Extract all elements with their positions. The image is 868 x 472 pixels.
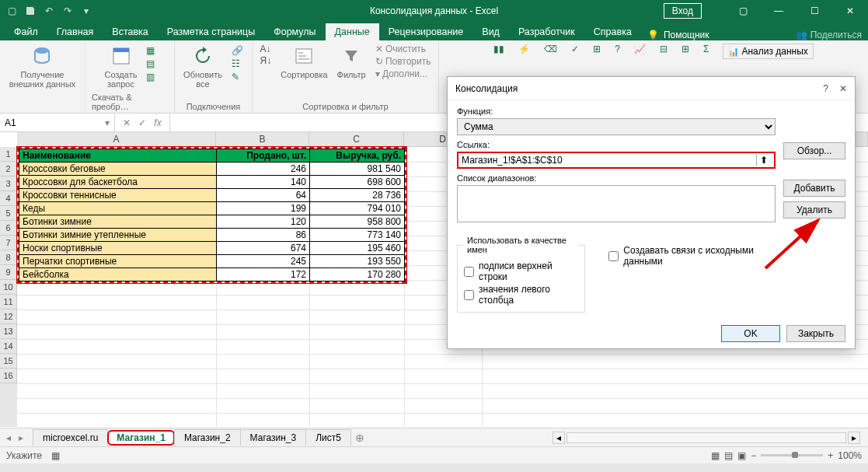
new-query-button[interactable]: Создать запрос: [105, 44, 138, 89]
sort-desc-icon[interactable]: Я↓: [260, 55, 272, 66]
data-validation-icon[interactable]: ✓: [571, 44, 579, 54]
row-header[interactable]: 14: [0, 339, 17, 354]
ranges-list[interactable]: [457, 185, 776, 222]
show-queries-icon[interactable]: ▦: [146, 45, 155, 56]
row-header[interactable]: 5: [0, 206, 17, 221]
tab-home[interactable]: Главная: [47, 23, 103, 40]
column-header[interactable]: B: [216, 132, 309, 146]
zoom-slider[interactable]: [761, 454, 823, 456]
enter-icon[interactable]: ✓: [135, 117, 149, 128]
hscrollbar[interactable]: [566, 432, 846, 443]
reapply-button[interactable]: ↻ Повторить: [375, 56, 431, 67]
function-select[interactable]: Сумма: [457, 118, 776, 135]
fx-icon[interactable]: fx: [151, 117, 165, 128]
column-header[interactable]: C: [309, 132, 404, 146]
zoom-level[interactable]: 100%: [838, 450, 862, 461]
dialog-close-icon[interactable]: ✕: [839, 83, 847, 94]
sheet-tab-active[interactable]: Магазин_1: [107, 430, 175, 446]
row-header[interactable]: 7: [0, 236, 17, 250]
hscroll-right-icon[interactable]: ▸: [848, 432, 860, 444]
tab-file[interactable]: Файл: [5, 23, 47, 40]
autosave-icon[interactable]: ▢: [3, 2, 20, 19]
row-header[interactable]: 13: [0, 324, 17, 339]
login-button[interactable]: Вход: [664, 3, 702, 19]
tab-data[interactable]: Данные: [326, 23, 379, 40]
tab-insert[interactable]: Вставка: [103, 23, 157, 40]
sheet-nav-first-icon[interactable]: ◂: [3, 432, 14, 443]
advanced-button[interactable]: ▾ Дополни...: [375, 68, 431, 79]
browse-button[interactable]: Обзор...: [783, 142, 845, 159]
sort-asc-icon[interactable]: A↓: [260, 44, 272, 54]
view-break-icon[interactable]: ▣: [737, 450, 746, 461]
left-col-checkbox[interactable]: [464, 290, 474, 300]
top-row-checkbox[interactable]: [464, 267, 474, 277]
data-analysis-button[interactable]: 📊 Анализ данных: [723, 44, 813, 59]
row-header[interactable]: 16: [0, 369, 17, 383]
delete-button[interactable]: Удалить: [783, 201, 845, 219]
row-header[interactable]: 3: [0, 177, 17, 191]
name-box[interactable]: ▾: [0, 114, 115, 131]
cancel-icon[interactable]: ✕: [120, 117, 134, 128]
minimize-button[interactable]: —: [761, 0, 797, 22]
tab-developer[interactable]: Разработчик: [509, 23, 584, 40]
row-header[interactable]: 10: [0, 280, 17, 295]
row-header[interactable]: 1: [0, 147, 17, 162]
new-sheet-button[interactable]: ⊕: [350, 432, 369, 444]
share-button[interactable]: 👥 Поделиться: [796, 30, 862, 40]
row-header[interactable]: 4: [0, 191, 17, 206]
collapse-dialog-icon[interactable]: ⬆: [756, 155, 771, 166]
row-header[interactable]: 15: [0, 354, 17, 369]
view-layout-icon[interactable]: ▤: [724, 450, 733, 461]
text-to-columns-icon[interactable]: ▮▮: [493, 44, 504, 54]
edit-links-icon[interactable]: ✎: [232, 72, 243, 82]
create-links-checkbox[interactable]: [608, 251, 619, 261]
sheet-tab[interactable]: Магазин_2: [174, 429, 241, 446]
sheet-tab[interactable]: microexcel.ru: [33, 429, 108, 446]
add-button[interactable]: Добавить: [783, 180, 845, 197]
subtotal-icon[interactable]: Σ: [703, 44, 709, 54]
macro-record-icon[interactable]: ▦: [51, 450, 60, 461]
save-icon[interactable]: [22, 2, 39, 19]
ok-button[interactable]: OK: [721, 325, 780, 342]
group-icon[interactable]: ⊟: [660, 44, 668, 54]
row-header[interactable]: 6: [0, 221, 17, 236]
row-header[interactable]: 2: [0, 162, 17, 177]
tab-view[interactable]: Вид: [472, 23, 509, 40]
from-table-icon[interactable]: ▤: [146, 58, 155, 69]
recent-sources-icon[interactable]: ▥: [146, 72, 155, 82]
get-external-data-button[interactable]: Получение внешних данных: [9, 44, 76, 89]
sheet-tab[interactable]: Магазин_3: [240, 429, 307, 446]
tab-layout[interactable]: Разметка страницы: [158, 23, 264, 40]
forecast-icon[interactable]: 📈: [634, 44, 646, 54]
row-header[interactable]: 8: [0, 250, 17, 265]
column-header[interactable]: A: [17, 132, 216, 146]
undo-icon[interactable]: ↶: [40, 2, 58, 19]
consolidate-icon[interactable]: ⊞: [593, 44, 601, 54]
properties-icon[interactable]: ☷: [232, 58, 243, 69]
sheet-nav-prev-icon[interactable]: ▸: [16, 432, 26, 443]
view-normal-icon[interactable]: ▦: [711, 450, 720, 461]
clear-filter-button[interactable]: ✕ Очистить: [375, 44, 431, 54]
maximize-button[interactable]: ☐: [797, 0, 832, 22]
redo-icon[interactable]: ↷: [59, 2, 76, 19]
close-button[interactable]: ✕: [832, 0, 868, 22]
row-header[interactable]: 12: [0, 309, 17, 324]
zoom-in-icon[interactable]: +: [828, 450, 833, 461]
tab-help[interactable]: Справка: [584, 23, 641, 40]
dialog-help-icon[interactable]: ?: [823, 83, 828, 94]
close-dialog-button[interactable]: Закрыть: [786, 325, 845, 342]
flash-fill-icon[interactable]: ⚡: [518, 44, 530, 54]
what-if-icon[interactable]: ?: [615, 44, 620, 54]
remove-duplicates-icon[interactable]: ⌫: [544, 44, 557, 54]
sheet-tab[interactable]: Лист5: [305, 429, 351, 446]
row-header[interactable]: 9: [0, 265, 17, 280]
refresh-all-button[interactable]: Обновить все: [183, 44, 222, 89]
hscroll-left-icon[interactable]: ◂: [553, 432, 565, 444]
row-header[interactable]: 11: [0, 295, 17, 309]
tab-review[interactable]: Рецензирование: [379, 23, 473, 40]
tell-me[interactable]: 💡Помощник: [647, 30, 709, 40]
zoom-out-icon[interactable]: −: [751, 450, 756, 461]
ungroup-icon[interactable]: ⊞: [682, 44, 689, 54]
connections-icon[interactable]: 🔗: [232, 45, 243, 56]
qat-more-icon[interactable]: ▾: [78, 2, 95, 19]
